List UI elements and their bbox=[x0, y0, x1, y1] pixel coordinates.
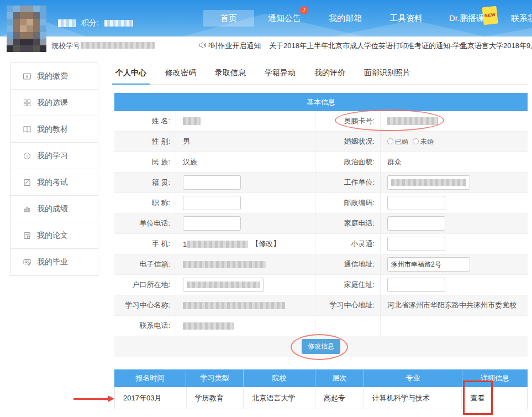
field-label: 单位电话: bbox=[114, 213, 176, 234]
registered-residence-input[interactable] bbox=[183, 278, 264, 292]
enrollment-table: 报名时间 学习类型 院校 层次 专业 详细信息 2017年03月 学历教育 北京… bbox=[114, 369, 528, 409]
ticker-item[interactable]: ²时作业开启通知 bbox=[208, 41, 261, 51]
field-label bbox=[315, 316, 380, 336]
field-label: 电子信箱: bbox=[114, 254, 176, 275]
employer-value-redacted bbox=[391, 179, 466, 186]
pas-phone-input[interactable] bbox=[387, 237, 445, 251]
postal-address-input[interactable] bbox=[387, 257, 470, 272]
postcode-input[interactable] bbox=[387, 196, 445, 210]
tab-admission-info[interactable]: 录取信息 bbox=[214, 62, 247, 84]
sidebar-item-course-selection[interactable]: 我的选课 bbox=[10, 90, 98, 116]
arrow-head bbox=[108, 395, 114, 402]
major-cell: 计算机科学与技术 bbox=[364, 387, 462, 409]
employer-input[interactable] bbox=[387, 175, 470, 190]
profile-tabs: 个人中心 修改密码 录取信息 学籍异动 我的评价 面部识别照片 bbox=[114, 62, 528, 85]
col-header: 院校 bbox=[244, 369, 315, 387]
nav-dr-peng-live-label: Dr.鹏播课 bbox=[449, 13, 484, 23]
marital-option-married[interactable]: 已婚 bbox=[387, 137, 408, 147]
nav-resources[interactable]: 工具资料 bbox=[376, 10, 436, 27]
user-summary: 积分: bbox=[58, 18, 133, 28]
field-label: 学习中心地址: bbox=[315, 295, 380, 316]
form-row-birthplace-employer: 籍 贯: 工作单位: bbox=[114, 173, 528, 193]
registered-residence-redacted bbox=[187, 282, 260, 288]
grades-chart-icon bbox=[23, 205, 31, 213]
radio-married-label: 已婚 bbox=[395, 138, 408, 145]
sidebar-item-thesis[interactable]: 我的论文 bbox=[10, 222, 98, 249]
sidebar-item-label: 我的教材 bbox=[37, 124, 68, 134]
study-icon: ? bbox=[23, 152, 31, 160]
sidebar-item-study[interactable]: ? 我的学习 bbox=[10, 143, 98, 169]
field-label: 户口所在地: bbox=[114, 275, 176, 295]
ethnicity-value: 汉族 bbox=[176, 152, 315, 173]
field-label: 奥鹏卡号: bbox=[315, 111, 380, 132]
payment-icon: ¥ bbox=[23, 72, 31, 81]
field-label: 家庭电话: bbox=[315, 213, 380, 234]
ticker-item[interactable]: 北京语言大学2018年9月 bbox=[460, 41, 532, 51]
main-nav: 首页 通知公告 7 我的邮箱 工具资料 Dr.鹏播课 NEW 联系我们 bbox=[203, 10, 532, 27]
form-row-title-postcode: 职 称: 邮政编码: bbox=[114, 193, 528, 213]
form-row-contact-phone: 联系电话: bbox=[114, 316, 528, 336]
sidebar-item-grades[interactable]: 我的成绩 bbox=[10, 196, 98, 222]
student-no-redacted bbox=[81, 42, 155, 49]
marital-option-single[interactable]: 未婚 bbox=[413, 137, 434, 147]
exam-icon bbox=[23, 178, 31, 187]
notification-ticker: 院校学号: ²时作业开启通知 关于2018年上半年北京市成人学位英语打印准考证的… bbox=[0, 37, 532, 54]
col-header: 专业 bbox=[364, 369, 462, 387]
ticker-item[interactable]: 关于2018年上半年北京市成人学位英语打印准考证的通知-学生 bbox=[269, 41, 467, 51]
sidebar-menu: ¥ 我的缴费 我的选课 我的教材 ? 我的学习 我的考试 我的成绩 我的论文 bbox=[10, 62, 98, 276]
form-row-registered-residence: 户口所在地: 家庭住址: bbox=[114, 275, 528, 295]
open-card-no-redacted bbox=[387, 117, 438, 125]
gender-value: 男 bbox=[176, 132, 315, 152]
sidebar-item-payment[interactable]: ¥ 我的缴费 bbox=[10, 63, 98, 90]
arrow-shaft bbox=[73, 398, 108, 400]
work-phone-input[interactable] bbox=[183, 216, 241, 231]
job-title-input[interactable] bbox=[183, 196, 241, 210]
form-row-work-home-phone: 单位电话: 家庭电话: bbox=[114, 213, 528, 234]
nav-contact-us[interactable]: 联系我们 bbox=[497, 10, 532, 27]
email-value-redacted bbox=[183, 261, 266, 268]
tab-my-evaluation[interactable]: 我的评价 bbox=[313, 62, 346, 84]
tab-status-change[interactable]: 学籍异动 bbox=[264, 62, 297, 84]
field-label: 学习中心名称: bbox=[114, 295, 176, 316]
radio-married[interactable] bbox=[387, 138, 393, 144]
field-label: 民 族: bbox=[114, 152, 176, 173]
form-row-name-card: 姓 名: 奥鹏卡号: bbox=[114, 111, 528, 132]
study-type-cell: 学历教育 bbox=[187, 387, 244, 409]
tab-personal-center[interactable]: 个人中心 bbox=[114, 62, 148, 84]
modify-info-button[interactable]: 修改信息 bbox=[302, 339, 340, 354]
new-badge: NEW bbox=[482, 6, 498, 25]
points-value-redacted bbox=[104, 20, 133, 27]
sidebar-item-label: 我的学习 bbox=[37, 151, 68, 161]
view-detail-link[interactable]: 查看 bbox=[470, 393, 484, 403]
radio-single[interactable] bbox=[413, 138, 419, 144]
sidebar-item-label: 我的成绩 bbox=[37, 204, 68, 214]
form-row-gender-marital: 性 别: 男 婚姻状况: 已婚 未婚 bbox=[114, 132, 528, 152]
field-label: 邮政编码: bbox=[315, 193, 380, 213]
nav-mailbox[interactable]: 我的邮箱 bbox=[315, 10, 376, 27]
nav-dr-peng-live[interactable]: Dr.鹏播课 NEW bbox=[436, 10, 497, 27]
contact-phone-redacted bbox=[183, 322, 234, 330]
birthplace-input[interactable] bbox=[183, 175, 241, 190]
field-label: 籍 贯: bbox=[114, 173, 176, 193]
home-phone-input[interactable] bbox=[387, 216, 445, 231]
sidebar-item-exams[interactable]: 我的考试 bbox=[10, 169, 98, 196]
nav-home[interactable]: 首页 bbox=[203, 10, 254, 27]
home-address-input[interactable] bbox=[387, 278, 445, 292]
textbook-icon bbox=[23, 125, 31, 134]
tab-change-password[interactable]: 修改密码 bbox=[164, 62, 197, 84]
modify-mobile-link[interactable]: 【修改】 bbox=[251, 239, 280, 249]
sidebar-item-textbooks[interactable]: 我的教材 bbox=[10, 116, 98, 143]
nav-mailbox-label: 我的邮箱 bbox=[329, 13, 362, 23]
user-avatar bbox=[7, 6, 46, 52]
tab-face-photo[interactable]: 面部识别照片 bbox=[363, 62, 412, 84]
nav-notices[interactable]: 通知公告 7 bbox=[254, 10, 315, 27]
level-cell: 高起专 bbox=[315, 387, 364, 409]
political-status-value: 群众 bbox=[380, 152, 528, 173]
field-label: 职 称: bbox=[114, 193, 176, 213]
nav-contact-us-label: 联系我们 bbox=[511, 13, 532, 23]
sidebar-item-graduation[interactable]: 我的毕业 bbox=[10, 249, 98, 275]
student-portal-page: 积分: 首页 通知公告 7 我的邮箱 工具资料 Dr.鹏播课 NEW 联系我们 bbox=[0, 0, 532, 417]
col-header: 学习类型 bbox=[186, 369, 244, 387]
col-header: 报名时间 bbox=[114, 369, 186, 387]
field-label: 工作单位: bbox=[315, 173, 380, 193]
